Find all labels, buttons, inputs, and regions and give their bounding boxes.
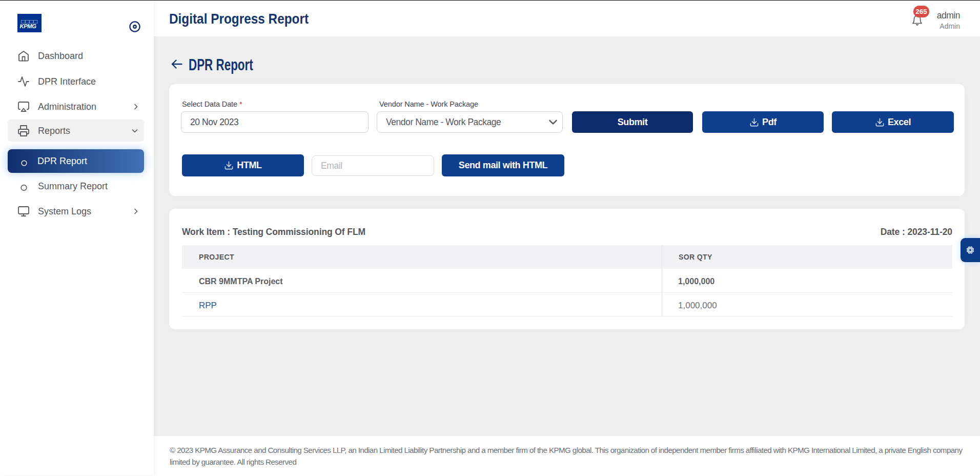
svg-text:KPMG: KPMG [19, 23, 36, 29]
